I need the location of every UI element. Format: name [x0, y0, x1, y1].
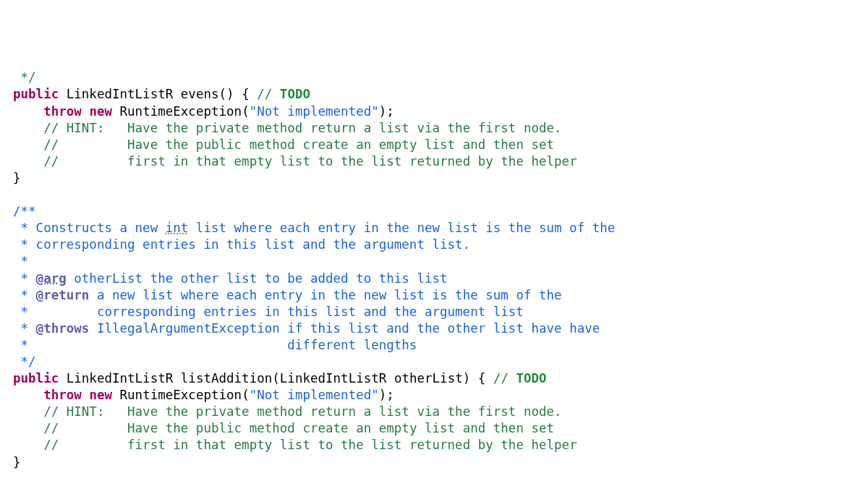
javadoc-word-int: int — [166, 221, 189, 235]
return-type: LinkedIntListR — [67, 87, 174, 101]
brace-open: { — [242, 87, 250, 101]
return-type-2: LinkedIntListR — [67, 371, 174, 386]
javadoc-line2: * corresponding entries in this list and… — [13, 237, 470, 252]
javadoc-star5: * — [13, 288, 36, 302]
javadoc-throws-text: IllegalArgumentException if this list an… — [89, 321, 600, 336]
hint-line-2: // Have the public method create an empt… — [43, 137, 554, 152]
paren-open-3: ( — [242, 388, 250, 402]
javadoc-close: */ — [13, 354, 36, 369]
javadoc-star7: * — [13, 321, 36, 336]
method-name-evens: evens — [181, 87, 219, 101]
method-name-listaddition: listAddition — [181, 371, 272, 386]
keyword-throw: throw — [43, 104, 82, 119]
todo-tag: TODO — [280, 87, 310, 101]
javadoc-line3: * — [13, 254, 28, 268]
hint-line-3b: // first in that empty list to the list … — [43, 438, 577, 452]
param-name: otherList — [394, 371, 463, 386]
semicolon: ; — [386, 104, 394, 119]
hint-line-3: // first in that empty list to the list … — [43, 154, 577, 169]
exception-type-2: RuntimeException — [120, 388, 242, 402]
string-literal-2: "Not implemented" — [250, 388, 379, 402]
javadoc-return-text: a new list where each entry in the new l… — [89, 288, 561, 302]
keyword-new-2: new — [89, 388, 112, 402]
paren-open: ( — [242, 104, 250, 119]
paren-open-2: ( — [272, 371, 280, 386]
exception-type: RuntimeException — [120, 104, 242, 119]
string-literal: "Not implemented" — [250, 104, 379, 119]
javadoc-line1a: * Constructs a new — [13, 221, 166, 235]
hint-line-1b: // HINT: Have the private method return … — [43, 404, 561, 419]
keyword-throw-2: throw — [43, 388, 82, 402]
paren-close: ) — [379, 104, 387, 119]
comment-slashes: // — [257, 87, 272, 101]
javadoc-open: /** — [13, 204, 36, 218]
hint-line-1: // HINT: Have the private method return … — [43, 121, 561, 135]
javadoc-throws-tag: @throws — [36, 321, 90, 336]
comment-end-top: */ — [13, 70, 36, 85]
keyword-new: new — [89, 104, 112, 119]
javadoc-return-tag: @return — [36, 288, 90, 302]
paren-close-3: ) — [379, 388, 387, 402]
hint-line-2b: // Have the public method create an empt… — [43, 421, 554, 435]
brace-close-2: } — [13, 455, 21, 469]
javadoc-arg-text: otherList the other list to be added to … — [67, 271, 448, 286]
javadoc-arg-tag: @arg — [36, 271, 67, 286]
keyword-public: public — [13, 87, 59, 101]
comment-slashes-2: // — [493, 371, 509, 386]
todo-tag-2: TODO — [516, 371, 547, 386]
param-type: LinkedIntListR — [280, 371, 387, 386]
code-block: */ public LinkedIntListR evens() { // TO… — [0, 67, 868, 470]
javadoc-line1b: list where each entry in the new list is… — [188, 221, 615, 235]
brace-open-2: { — [478, 371, 486, 386]
brace-close: } — [13, 171, 21, 185]
keyword-public-2: public — [13, 371, 59, 386]
paren: () — [219, 87, 234, 101]
javadoc-line6: * corresponding entries in this list and… — [13, 305, 524, 319]
javadoc-line8: * different lengths — [13, 338, 417, 352]
javadoc-star4: * — [13, 271, 36, 286]
paren-close-2: ) — [463, 371, 471, 386]
semicolon-2: ; — [386, 388, 394, 402]
